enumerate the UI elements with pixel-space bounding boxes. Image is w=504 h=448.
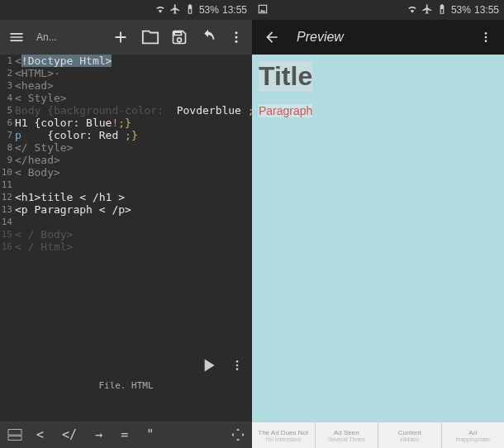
line-number: 13: [0, 203, 15, 216]
line-number: 15: [0, 228, 15, 241]
preview-toolbar: Preview: [252, 20, 504, 55]
code-content[interactable]: Body {background-color: Povderblue ; }: [15, 104, 252, 117]
expand-icon[interactable]: [231, 427, 245, 442]
code-line[interactable]: 9</head>: [0, 154, 252, 166]
code-content[interactable]: </ Style>: [15, 141, 73, 154]
code-content[interactable]: <head>: [15, 79, 54, 92]
code-line[interactable]: 4< Style>: [0, 92, 252, 104]
kb-quote[interactable]: ": [141, 426, 159, 444]
line-number: 1: [0, 55, 15, 67]
code-line[interactable]: 8</ Style>: [0, 141, 252, 154]
clock: 13:55: [222, 4, 247, 16]
code-line[interactable]: 6H1 {color: Blue!;}: [0, 117, 252, 129]
kb-equals[interactable]: =: [116, 426, 133, 444]
code-content[interactable]: <p Paragraph < /p>: [15, 203, 131, 216]
line-number: 10: [0, 166, 15, 179]
add-icon[interactable]: [112, 28, 130, 46]
line-number: 3: [0, 79, 15, 92]
line-number: 14: [0, 216, 15, 228]
status-bar-left: 53% 13:55: [0, 0, 252, 20]
kb-lt[interactable]: <: [31, 426, 49, 444]
menu-icon[interactable]: [8, 29, 25, 45]
ad-option-1[interactable]: The Ad Does Not I'm Interested: [252, 422, 316, 448]
code-content[interactable]: < Style>: [15, 92, 67, 104]
code-line[interactable]: 13<p Paragraph < /p>: [0, 203, 252, 216]
svg-point-0: [235, 31, 238, 34]
code-line[interactable]: 16< / Html>: [0, 241, 252, 253]
svg-point-3: [236, 360, 239, 363]
save-icon[interactable]: [171, 29, 188, 45]
battery-pct: 53%: [199, 4, 219, 16]
svg-rect-7: [8, 436, 21, 441]
code-line[interactable]: 7p {color: Red ;}: [0, 129, 252, 141]
code-content[interactable]: <!Doctype Html>: [15, 55, 112, 67]
wifi-icon: [407, 3, 418, 17]
airplane-icon: [421, 3, 433, 17]
code-line[interactable]: 1<!Doctype Html>: [0, 55, 252, 67]
line-number: 5: [0, 104, 15, 117]
code-content[interactable]: < / Body>: [15, 228, 73, 241]
line-number: 9: [0, 154, 15, 166]
ad-option-4[interactable]: Ad Inappropriate: [442, 422, 505, 448]
line-number: 12: [0, 191, 15, 203]
play-icon[interactable]: [197, 355, 219, 376]
ad-option-3[interactable]: Content Hidden: [378, 422, 442, 448]
code-line[interactable]: 2<HTML>·: [0, 67, 252, 79]
code-content[interactable]: H1 {color: Blue!;}: [15, 117, 131, 129]
play-more-icon[interactable]: [231, 359, 244, 372]
code-editor[interactable]: 1<!Doctype Html>2<HTML>·3<head>4< Style>…: [0, 55, 252, 422]
keyboard-toggle-icon[interactable]: [7, 428, 23, 441]
kb-close-tag[interactable]: </: [57, 426, 82, 444]
code-line[interactable]: 14: [0, 216, 252, 228]
code-content[interactable]: <h1>title < /h1 >: [15, 191, 125, 203]
status-bar-right: 53% 13:55: [252, 0, 504, 20]
rendered-paragraph: Paragraph: [259, 104, 312, 117]
svg-point-1: [235, 36, 238, 39]
file-name[interactable]: An...: [36, 31, 57, 43]
code-line[interactable]: 5Body {background-color: Povderblue ; }: [0, 104, 252, 117]
battery-pct: 53%: [451, 4, 471, 16]
code-line[interactable]: 11: [0, 179, 252, 191]
keyboard-shortcuts-bar: < </ → = ": [0, 422, 252, 448]
battery-icon: [436, 3, 448, 17]
svg-point-11: [485, 40, 487, 42]
svg-point-4: [236, 365, 239, 367]
svg-point-9: [485, 32, 487, 35]
code-content[interactable]: </head>: [15, 154, 60, 166]
ad-feedback-bar: The Ad Does Not I'm Interested Ad Seen S…: [252, 422, 504, 448]
editor-toolbar: An...: [0, 20, 252, 55]
preview-panel: 53% 13:55 Preview Title Paragraph The Ad…: [252, 0, 504, 448]
line-number: 2: [0, 67, 15, 79]
more-icon[interactable]: [229, 30, 244, 45]
battery-icon: [184, 3, 196, 17]
ad-option-2[interactable]: Ad Seen Several Times: [316, 422, 379, 448]
svg-point-2: [235, 41, 238, 43]
code-content[interactable]: p {color: Red ;}: [15, 129, 138, 141]
code-line[interactable]: 3<head>: [0, 79, 252, 92]
code-content[interactable]: <HTML>·: [15, 67, 60, 79]
folder-icon[interactable]: [141, 28, 159, 46]
code-line[interactable]: 10< Body>: [0, 166, 252, 179]
kb-arrow[interactable]: →: [90, 426, 107, 444]
code-content[interactable]: < / Html>: [15, 241, 73, 253]
preview-header: Preview: [297, 30, 344, 45]
code-line[interactable]: 12<h1>title < /h1 >: [0, 191, 252, 203]
line-number: 16: [0, 241, 15, 253]
rendered-h1: Title: [259, 61, 312, 92]
code-line[interactable]: 15< / Body>: [0, 228, 252, 241]
svg-rect-6: [8, 430, 21, 435]
wifi-icon: [155, 3, 166, 17]
line-number: 6: [0, 117, 15, 129]
airplane-icon: [169, 3, 181, 17]
undo-icon[interactable]: [199, 28, 217, 46]
code-content[interactable]: < Body>: [15, 166, 60, 179]
svg-point-5: [236, 368, 239, 370]
preview-more-icon[interactable]: [479, 31, 492, 44]
clock: 13:55: [474, 4, 499, 16]
preview-viewport: Title Paragraph: [252, 55, 504, 422]
play-controls: [197, 355, 244, 376]
line-number: 11: [0, 179, 15, 191]
back-icon[interactable]: [264, 29, 280, 45]
picture-icon: [257, 3, 269, 17]
svg-point-10: [485, 36, 487, 39]
